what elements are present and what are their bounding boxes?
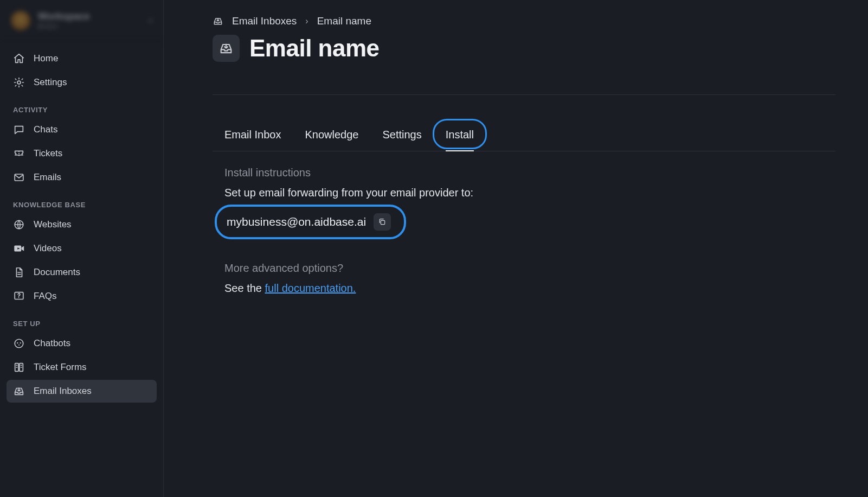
chevron-right-icon: ›	[305, 16, 308, 26]
workspace-avatar	[11, 11, 30, 30]
bot-icon	[13, 337, 25, 349]
sidebar-nav: Home Settings ACTIVITY Chats Tickets Ema…	[0, 42, 163, 497]
sidebar-section-activity: ACTIVITY	[7, 95, 157, 118]
page-header: Email name	[213, 35, 835, 62]
sidebar-item-label: Videos	[34, 243, 62, 254]
sidebar-item-emails[interactable]: Emails	[7, 166, 157, 189]
sidebar-item-label: Ticket Forms	[34, 362, 87, 373]
workspace-plan: BASIC	[38, 23, 141, 30]
install-section: Install instructions Set up email forwar…	[213, 151, 782, 295]
tab-settings[interactable]: Settings	[382, 120, 421, 151]
tab-knowledge[interactable]: Knowledge	[305, 120, 359, 151]
sidebar-item-websites[interactable]: Websites	[7, 213, 157, 236]
mail-icon	[13, 171, 25, 183]
faq-icon	[13, 290, 25, 302]
sidebar-item-home[interactable]: Home	[7, 47, 157, 70]
inbox-icon	[213, 16, 223, 27]
sidebar-item-label: Emails	[34, 172, 61, 183]
sidebar-item-label: Home	[34, 53, 58, 64]
chat-icon	[13, 124, 25, 136]
sidebar-item-label: Documents	[34, 267, 80, 278]
form-icon	[13, 361, 25, 373]
sidebar-item-tickets[interactable]: Tickets	[7, 142, 157, 165]
forward-email-address: mybusiness@on.aidbase.ai	[227, 215, 366, 228]
sidebar-section-setup: SET UP	[7, 309, 157, 332]
sidebar-section-knowledge: KNOWLEDGE BASE	[7, 190, 157, 213]
sidebar-item-label: Websites	[34, 219, 72, 230]
inbox-icon	[213, 35, 240, 62]
video-icon	[13, 243, 25, 254]
chevron-down-icon: ▾	[149, 16, 152, 25]
advanced-prefix: See the	[224, 282, 265, 294]
breadcrumb-root[interactable]: Email Inboxes	[232, 15, 297, 27]
sidebar-item-faqs[interactable]: FAQs	[7, 285, 157, 308]
ticket-icon	[13, 148, 25, 160]
breadcrumb: Email Inboxes › Email name	[213, 15, 835, 27]
sidebar-item-label: Settings	[34, 77, 67, 88]
forward-email-row: mybusiness@on.aidbase.ai	[224, 210, 396, 234]
advanced-text: See the full documentation.	[224, 282, 770, 295]
install-heading: Install instructions	[224, 167, 770, 179]
sidebar-item-chatbots[interactable]: Chatbots	[7, 332, 157, 355]
globe-icon	[13, 219, 25, 231]
workspace-switcher[interactable]: Workspace BASIC ▾	[0, 4, 163, 42]
gear-icon	[13, 77, 25, 88]
tab-email-inbox[interactable]: Email Inbox	[224, 120, 281, 151]
sidebar-item-label: Chatbots	[34, 338, 70, 349]
tab-install[interactable]: Install	[446, 120, 474, 151]
sidebar-item-documents[interactable]: Documents	[7, 261, 157, 284]
copy-email-button[interactable]	[374, 213, 391, 231]
main-content: Email Inboxes › Email name Email name Em…	[164, 0, 868, 497]
breadcrumb-current: Email name	[317, 15, 371, 27]
home-icon	[13, 53, 25, 65]
install-instruction: Set up email forwarding from your email …	[224, 187, 770, 199]
tab-bar: Email Inbox Knowledge Settings Install	[213, 120, 835, 151]
page-title: Email name	[249, 35, 380, 62]
sidebar-item-label: Tickets	[34, 148, 62, 159]
sidebar-item-settings[interactable]: Settings	[7, 71, 157, 94]
sidebar-item-label: Chats	[34, 124, 57, 135]
sidebar-item-chats[interactable]: Chats	[7, 118, 157, 141]
sidebar-item-label: Email Inboxes	[34, 386, 92, 397]
inbox-icon	[13, 385, 25, 397]
sidebar-item-videos[interactable]: Videos	[7, 237, 157, 260]
copy-icon	[378, 218, 387, 226]
divider	[213, 94, 835, 95]
document-icon	[13, 266, 25, 278]
workspace-name: Workspace	[38, 11, 141, 23]
sidebar-item-email-inboxes[interactable]: Email Inboxes	[7, 380, 157, 403]
advanced-heading: More advanced options?	[224, 262, 770, 275]
sidebar-item-ticket-forms[interactable]: Ticket Forms	[7, 356, 157, 379]
sidebar-item-label: FAQs	[34, 291, 57, 302]
sidebar: Workspace BASIC ▾ Home Settings ACTIVITY…	[0, 0, 164, 497]
full-documentation-link[interactable]: full documentation.	[265, 282, 356, 294]
